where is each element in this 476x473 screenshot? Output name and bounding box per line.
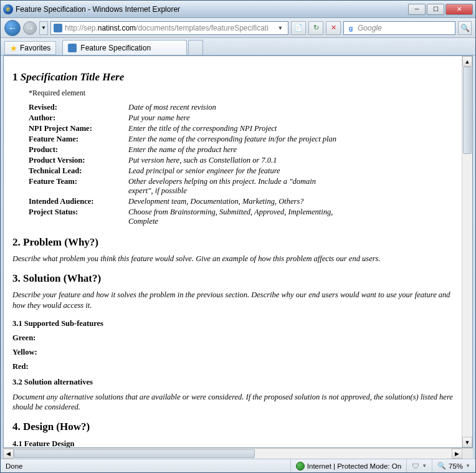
chevron-down-icon: ▼ — [465, 463, 470, 469]
forward-button[interactable]: → — [23, 21, 37, 35]
horizontal-scrollbar[interactable]: ◀ ▶ — [3, 448, 473, 459]
close-button[interactable]: ✕ — [445, 4, 473, 15]
table-row: NPI Project Name:Enter the title of the … — [29, 124, 453, 133]
section-3-2-heading: 3.2 Solution alternatives — [12, 378, 453, 387]
table-row: Feature Name:Enter the name of the corre… — [29, 135, 453, 144]
security-zone[interactable]: Internet | Protected Mode: On — [290, 459, 401, 472]
section-3-desc: Describe your feature and how it solves … — [12, 290, 453, 310]
scroll-left-button[interactable]: ◀ — [3, 449, 14, 459]
status-text: Done — [6, 462, 285, 470]
scroll-corner — [462, 449, 473, 459]
section-4-heading: 4. Design (How?) — [12, 421, 453, 433]
tab-active[interactable]: Feature Specification — [62, 40, 187, 55]
required-note: *Required element — [29, 88, 453, 98]
scroll-track[interactable] — [462, 67, 472, 437]
lock-icon: 🛡 — [412, 462, 419, 471]
star-icon: ★ — [10, 44, 17, 53]
window-controls: ─ ☐ ✕ — [408, 4, 473, 15]
vertical-scrollbar[interactable]: ▲ ▼ — [462, 56, 472, 447]
titlebar: e Feature Specification - Windows Intern… — [1, 1, 475, 18]
table-row: Intended Audience:Development team, Docu… — [29, 197, 453, 206]
section-2-desc: Describe what problem you think this fea… — [12, 254, 453, 264]
new-tab-button[interactable] — [188, 40, 203, 55]
table-row: Author:Put your name here — [29, 113, 453, 123]
zoom-control[interactable]: 🔍 75% ▼ — [432, 459, 470, 472]
table-row: Product Version:Put version here, such a… — [29, 156, 453, 165]
ie-icon: e — [3, 4, 13, 14]
url-text: http://sep.natinst.com/documents/templat… — [65, 24, 273, 32]
zone-text: Internet | Protected Mode: On — [307, 462, 401, 470]
zoom-icon: 🔍 — [437, 462, 446, 470]
nav-toolbar: ← → ▼ http://sep.natinst.com/documents/t… — [1, 18, 475, 38]
section-3-1-heading: 3.1 Supported Sub-features — [12, 319, 453, 328]
nav-history-dropdown[interactable]: ▼ — [39, 21, 48, 35]
favorites-label: Favorites — [20, 44, 50, 52]
scroll-thumb[interactable] — [463, 67, 472, 154]
section-1-heading: 1 Specification Title Here — [12, 71, 453, 84]
favorites-button[interactable]: ★ Favorites — [4, 41, 56, 55]
search-placeholder: Google — [358, 24, 382, 32]
compat-view-button[interactable]: 📄 — [291, 21, 306, 35]
content-area: 1 Specification Title Here *Required ele… — [3, 55, 473, 448]
section-3-heading: 3. Solution (What?) — [12, 272, 453, 285]
table-row: Project Status:Choose from Brainstorming… — [29, 208, 453, 226]
status-bar: Done Internet | Protected Mode: On 🛡 ▼ 🔍… — [1, 459, 475, 472]
chevron-down-icon: ▼ — [422, 463, 427, 469]
table-row: Revised:Date of most recent revision — [29, 103, 453, 112]
table-row: Feature Team:Other developers helping on… — [29, 177, 453, 196]
zoom-level: 75% — [449, 462, 463, 470]
yellow-label: Yellow: — [12, 348, 453, 357]
tab-site-icon — [68, 44, 77, 52]
section-3-2-desc: Document any alternative solutions that … — [12, 392, 453, 413]
ie-window: e Feature Specification - Windows Intern… — [0, 0, 476, 473]
hscroll-thumb[interactable] — [14, 449, 255, 458]
maximize-button[interactable]: ☐ — [427, 4, 444, 15]
tab-strip: Feature Specification — [62, 39, 203, 55]
refresh-button[interactable]: ↻ — [308, 21, 323, 35]
favorites-bar: ★ Favorites Feature Specification — [1, 38, 475, 55]
table-row: Technical Lead:Lead principal or senior … — [29, 166, 453, 176]
scroll-down-button[interactable]: ▼ — [462, 437, 472, 447]
stop-button[interactable]: ✕ — [326, 21, 341, 35]
google-icon: g — [346, 24, 355, 32]
search-box[interactable]: g Google — [343, 21, 455, 35]
metadata-table: Revised:Date of most recent revision Aut… — [29, 103, 453, 226]
table-row: Product:Enter the name of the product he… — [29, 145, 453, 155]
green-label: Green: — [12, 333, 453, 343]
address-bar[interactable]: http://sep.natinst.com/documents/templat… — [50, 21, 288, 35]
section-4-1-heading: 4.1 Feature Design — [12, 439, 453, 447]
globe-icon — [296, 462, 305, 471]
red-label: Red: — [12, 362, 453, 371]
section-2-heading: 2. Problem (Why?) — [12, 236, 453, 249]
window-title: Feature Specification - Windows Internet… — [16, 5, 408, 14]
scroll-up-button[interactable]: ▲ — [462, 56, 472, 67]
hscroll-track[interactable] — [14, 449, 452, 459]
security-indicator[interactable]: 🛡 ▼ — [406, 459, 427, 472]
site-icon — [54, 24, 62, 32]
document-body[interactable]: 1 Specification Title Here *Required ele… — [4, 56, 462, 447]
back-button[interactable]: ← — [4, 20, 21, 36]
search-button[interactable]: 🔍 — [458, 21, 472, 35]
minimize-button[interactable]: ─ — [408, 4, 426, 15]
address-dropdown[interactable]: ▼ — [275, 25, 285, 31]
scroll-right-button[interactable]: ▶ — [452, 449, 462, 459]
tab-title: Feature Specification — [80, 44, 151, 52]
